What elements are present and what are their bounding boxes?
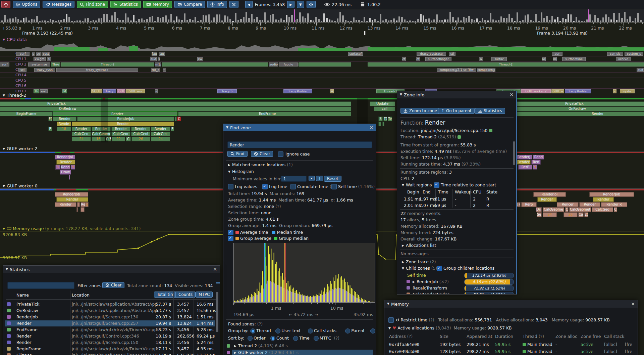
zone-bar[interactable]: CalcGeoi: [131, 132, 150, 136]
zone-bar[interactable]: [378, 122, 381, 126]
zone-bar[interactable]: Rend: [60, 165, 70, 170]
zone-bar[interactable]: Render: [111, 127, 130, 131]
zone-bar[interactable]: C: [614, 207, 617, 212]
cpu-usage-graph[interactable]: [0, 41, 644, 51]
zone-bar[interactable]: OnRedraw: [0, 106, 351, 111]
clear-filter-button[interactable]: Clear: [102, 282, 124, 288]
thread-section-header[interactable]: ▼Thread-2: [3, 93, 26, 98]
zone-bar[interactable]: [382, 122, 384, 126]
zone-bar[interactable]: Render R: [601, 202, 627, 207]
zone-search-input[interactable]: Render: [227, 141, 372, 148]
zone-bar[interactable]: Rencer: [557, 202, 579, 207]
groupby-radio-thread[interactable]: [250, 328, 255, 334]
zone-bar[interactable]: CalcGeo: [592, 207, 613, 212]
cpu-zone[interactable]: se: [36, 52, 41, 56]
zone-bar[interactable]: T1: [383, 117, 387, 121]
cpu-zone[interactable]: [162, 62, 268, 66]
frame-menu-button[interactable]: ▼: [297, 1, 304, 8]
groupby-radio-user-text[interactable]: [275, 328, 280, 334]
zoom-to-zone-button[interactable]: Zoom to zone: [400, 108, 440, 114]
scrollbar-thumb[interactable]: [216, 292, 218, 332]
zone-bar[interactable]: [69, 175, 70, 180]
clear-button[interactable]: Clear: [251, 151, 273, 157]
cpu-zone[interactable]: system se: [28, 62, 50, 66]
info-button[interactable]: Info: [207, 1, 227, 8]
cpu-zone[interactable]: sen-sis: [607, 52, 623, 56]
zone-bar[interactable]: 26: [131, 137, 150, 141]
zone-bar[interactable]: F(: [48, 117, 52, 121]
histogram-plot[interactable]: [233, 243, 375, 303]
zone-bar[interactable]: Render: [72, 122, 174, 126]
zone-bar[interactable]: Te: [388, 117, 392, 121]
self-time-checkbox[interactable]: [331, 184, 337, 189]
zone-bar[interactable]: CaC: [578, 212, 584, 217]
zone-bar[interactable]: Re: [80, 202, 86, 207]
close-icon[interactable]: ✕: [213, 267, 217, 272]
zone-bar[interactable]: 20: [584, 212, 588, 217]
cpu-zone[interactable]: Thread-2: [61, 62, 154, 66]
cpu-zone[interactable]: tracy_sysn: [34, 68, 55, 72]
find-button[interactable]: Find: [227, 151, 248, 157]
cpu-zone[interactable]: GUIF worker 2: [521, 89, 551, 93]
cumulate-time-checkbox[interactable]: [290, 184, 296, 189]
scrollbar-thumb[interactable]: [513, 141, 515, 165]
cpu-zone[interactable]: /audio: [279, 62, 298, 66]
zone-bar[interactable]: Render: [53, 112, 177, 116]
cpu-zone[interactable]: au: [159, 52, 165, 56]
zone-bar[interactable]: [76, 207, 78, 212]
zone-bar[interactable]: Update: [370, 101, 395, 106]
zone-bar[interactable]: Render: [151, 127, 170, 131]
cpu-zone[interactable]: si: [47, 57, 51, 61]
zone-bar[interactable]: F: [171, 127, 174, 131]
draw-group-checkbox[interactable]: [228, 236, 233, 241]
cpu-zone[interactable]: ot: [416, 57, 420, 61]
thread-section-header[interactable]: ▼GUIF worker 0: [3, 183, 38, 188]
cpu-zone[interactable]: surf: [0, 62, 9, 66]
groupby-radio-call-stacks[interactable]: [308, 328, 313, 334]
cpu-zone[interactable]: Tracy S: [217, 89, 237, 93]
cpu-zone[interactable]: s: [158, 57, 160, 61]
time-relative-checkbox[interactable]: [434, 182, 439, 188]
log-values-checkbox[interactable]: [228, 184, 233, 189]
restrict-time-checkbox[interactable]: [388, 317, 394, 323]
child-zone-row[interactable]: Self time: [407, 273, 426, 278]
cpu-zone[interactable]: et: [402, 57, 406, 61]
collapse-triangle-icon[interactable]: ▼: [6, 267, 8, 271]
cpu-zone[interactable]: surfaceflinger: [425, 57, 451, 61]
zone-bar[interactable]: Rende: [57, 122, 71, 126]
zone-bar[interactable]: CalcGeomet: [569, 207, 591, 212]
tools-button[interactable]: [229, 1, 238, 8]
cpu-zone[interactable]: aud: [150, 57, 157, 61]
zone-bar[interactable]: Rend: [533, 155, 544, 160]
zone-bar[interactable]: RenderJol: [55, 155, 75, 160]
statistics-button[interactable]: Statistics: [110, 1, 141, 8]
zone-bar[interactable]: 18: [57, 127, 71, 131]
zone-bar[interactable]: F: [48, 127, 52, 131]
zone-bar[interactable]: Render: [56, 160, 75, 165]
next-frame-button[interactable]: ▶: [287, 1, 294, 8]
matched-source-locations-row[interactable]: ▶Matched source locations (1): [228, 162, 293, 167]
statistics-row[interactable]: Renderjni/../jni/src/guif/Screen.cpp:150…: [5, 340, 215, 346]
find-zone-titlebar[interactable]: ▼Find zone✕: [223, 124, 376, 131]
zone-info-titlebar[interactable]: ▼Zone info✕: [397, 91, 516, 98]
cpu-zone[interactable]: GUI: [117, 89, 125, 93]
cpu-zone[interactable]: dracy_systrace: [417, 52, 446, 56]
cpu-zone[interactable]: A: [330, 89, 334, 93]
statistics-row[interactable]: OnRedrawjni/../jni/src/claw/application/…: [5, 308, 215, 314]
child-zone-row[interactable]: CalcRenderNodes: [413, 292, 449, 295]
cpu-zone[interactable]: M: [62, 89, 67, 93]
zone-bar[interactable]: Render: [56, 197, 88, 202]
child-zone-row[interactable]: RecalcTransform: [413, 285, 447, 291]
prev-frame-button[interactable]: ◀: [245, 1, 253, 8]
cpu-zone[interactable]: syst: [42, 52, 50, 56]
statistics-row[interactable]: BeginFramejni/../jni/src/claw/gfx/drv/vk…: [5, 346, 215, 352]
min-bin-increase-button[interactable]: +: [316, 176, 323, 181]
zone-bar[interactable]: [77, 202, 80, 207]
zone-bar[interactable]: RenderJol: [533, 192, 566, 197]
zone-bar[interactable]: RenderJ: [516, 155, 532, 160]
collapse-triangle-icon[interactable]: ▼: [387, 302, 389, 305]
child-zone-row[interactable]: ▶RenderJob (×2): [413, 279, 449, 284]
cpu-zone[interactable]: mi: [553, 57, 557, 61]
cpu-zone[interactable]: composer@: [477, 68, 495, 72]
cpu-zone[interactable]: ~: [155, 89, 158, 93]
